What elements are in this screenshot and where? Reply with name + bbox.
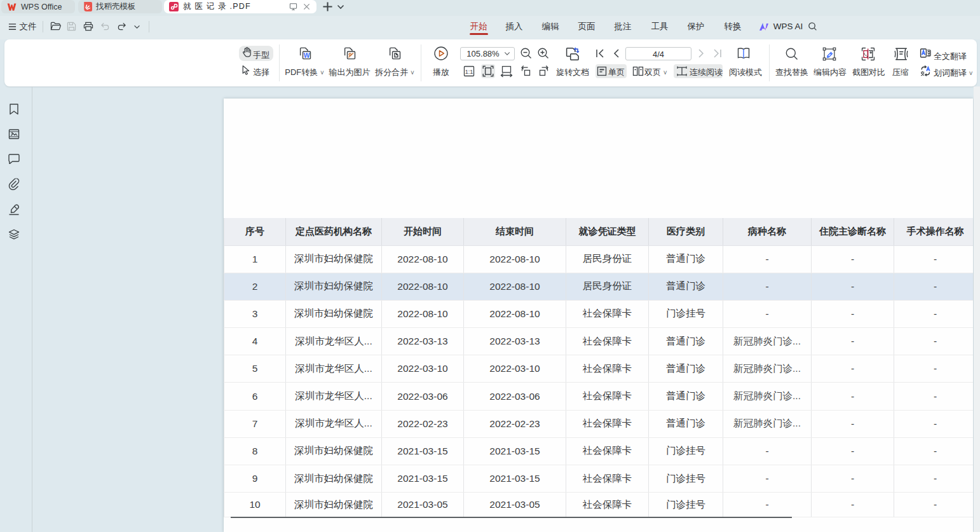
svg-text:W: W xyxy=(304,51,310,58)
svg-text:1:1: 1:1 xyxy=(465,68,473,74)
